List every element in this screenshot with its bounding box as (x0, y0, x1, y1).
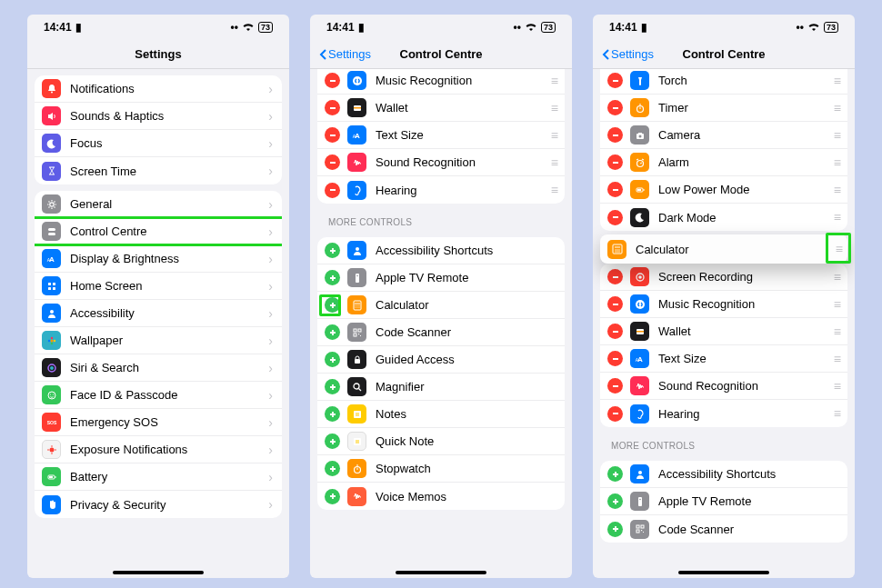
settings-row[interactable]: Exposure Notifications › (35, 436, 282, 463)
control-row[interactable]: Accessibility Shortcuts (600, 461, 847, 488)
settings-row[interactable]: Sounds & Haptics › (35, 103, 282, 130)
control-row[interactable]: Hearing ≡ (317, 176, 565, 204)
control-row[interactable]: Stopwatch (317, 455, 565, 483)
control-row[interactable]: Wallet ≡ (600, 318, 847, 345)
drag-handle-icon[interactable]: ≡ (834, 352, 838, 366)
drag-handle-icon[interactable]: ≡ (551, 183, 556, 197)
dragging-row-calculator[interactable]: Calculator ≡ (600, 234, 847, 264)
remove-button[interactable] (607, 269, 623, 284)
back-button[interactable]: Settings (602, 47, 654, 61)
drag-handle-icon[interactable]: ≡ (551, 101, 556, 115)
control-row[interactable]: Accessibility Shortcuts (317, 237, 565, 264)
settings-row[interactable]: Siri & Search › (35, 354, 282, 382)
remove-button[interactable] (325, 183, 340, 198)
drag-handle-icon[interactable]: ≡ (834, 183, 838, 197)
settings-row[interactable]: Home Screen › (35, 273, 282, 300)
settings-row[interactable]: Notifications › (35, 75, 282, 103)
drag-handle-icon[interactable]: ≡ (834, 128, 838, 143)
control-row[interactable]: Camera ≡ (600, 122, 847, 149)
remove-button[interactable] (325, 100, 340, 115)
drag-handle-icon[interactable]: ≡ (834, 270, 838, 284)
drag-handle-icon[interactable]: ≡ (834, 297, 838, 312)
remove-button[interactable] (607, 378, 623, 394)
home-indicator[interactable] (678, 571, 769, 574)
drag-handle-icon[interactable]: ≡ (551, 155, 556, 170)
add-button[interactable] (325, 434, 340, 449)
control-row[interactable]: AA Text Size ≡ (600, 345, 847, 373)
settings-row[interactable]: Wallpaper › (35, 327, 282, 354)
settings-row[interactable]: SOS Emergency SOS › (35, 409, 282, 436)
drag-handle-icon[interactable]: ≡ (834, 324, 838, 339)
remove-button[interactable] (607, 100, 623, 115)
settings-row[interactable]: Privacy & Security › (35, 491, 282, 518)
add-button[interactable] (325, 297, 340, 313)
add-button[interactable] (607, 522, 623, 537)
control-row[interactable]: Torch ≡ (600, 69, 847, 95)
control-row[interactable]: AA Text Size ≡ (317, 122, 565, 149)
control-row[interactable]: Magnifier (317, 374, 565, 401)
control-row[interactable]: Sound Recognition ≡ (600, 373, 847, 400)
add-button[interactable] (325, 379, 340, 394)
control-row[interactable]: Low Power Mode ≡ (600, 176, 847, 204)
remove-button[interactable] (607, 210, 623, 225)
drag-handle-icon[interactable]: ≡ (836, 242, 840, 256)
control-row[interactable]: Code Scanner (600, 515, 847, 543)
drag-handle-icon[interactable]: ≡ (834, 406, 838, 421)
settings-row[interactable]: Focus › (35, 130, 282, 157)
control-row[interactable]: Voice Memos (317, 483, 565, 510)
add-button[interactable] (325, 406, 340, 422)
remove-button[interactable] (325, 73, 340, 88)
control-row[interactable]: Notes (317, 401, 565, 428)
add-button[interactable] (325, 352, 340, 367)
drag-handle-icon[interactable]: ≡ (834, 101, 838, 115)
drag-handle-icon[interactable]: ≡ (834, 210, 838, 224)
remove-button[interactable] (607, 406, 623, 422)
add-button[interactable] (325, 489, 340, 504)
control-row[interactable]: Alarm ≡ (600, 149, 847, 176)
add-button[interactable] (607, 466, 623, 482)
control-row[interactable]: Guided Access (317, 346, 565, 374)
drag-handle-icon[interactable]: ≡ (834, 155, 838, 170)
control-row[interactable]: Music Recognition ≡ (600, 291, 847, 318)
remove-button[interactable] (607, 73, 623, 88)
settings-row[interactable]: AA Display & Brightness › (35, 245, 282, 273)
settings-row[interactable]: General › (35, 191, 282, 218)
control-row[interactable]: Apple TV Remote (600, 488, 847, 515)
drag-handle-icon[interactable]: ≡ (834, 379, 838, 394)
control-row[interactable]: Apple TV Remote (317, 264, 565, 292)
settings-row[interactable]: Accessibility › (35, 300, 282, 327)
home-indicator[interactable] (396, 571, 486, 574)
settings-row[interactable]: Face ID & Passcode › (35, 382, 282, 409)
control-row[interactable]: Code Scanner (317, 319, 565, 346)
remove-button[interactable] (325, 127, 340, 143)
remove-button[interactable] (607, 351, 623, 366)
remove-button[interactable] (607, 154, 623, 170)
add-button[interactable] (325, 461, 340, 476)
home-indicator[interactable] (113, 571, 204, 574)
add-button[interactable] (607, 493, 623, 509)
control-row[interactable]: Sound Recognition ≡ (317, 149, 565, 176)
remove-button[interactable] (607, 127, 623, 143)
back-button[interactable]: Settings (319, 47, 371, 61)
remove-button[interactable] (607, 182, 623, 197)
control-row[interactable]: Timer ≡ (600, 95, 847, 122)
drag-handle-icon[interactable]: ≡ (551, 74, 556, 88)
settings-row[interactable]: Control Centre › (35, 218, 282, 245)
drag-handle-icon[interactable]: ≡ (551, 128, 556, 143)
control-row[interactable]: Wallet ≡ (317, 95, 565, 122)
control-row[interactable]: Dark Mode ≡ (600, 204, 847, 231)
add-button[interactable] (325, 270, 340, 285)
settings-row[interactable]: Battery › (35, 463, 282, 491)
drag-handle-icon[interactable]: ≡ (834, 74, 838, 88)
control-row[interactable]: Screen Recording ≡ (600, 264, 847, 291)
add-button[interactable] (325, 243, 340, 258)
control-row[interactable]: Calculator (317, 292, 565, 319)
control-row[interactable]: Music Recognition ≡ (317, 69, 565, 95)
control-row[interactable]: Hearing ≡ (600, 400, 847, 427)
remove-button[interactable] (607, 296, 623, 312)
settings-row[interactable]: Screen Time › (35, 157, 282, 184)
control-row[interactable]: Quick Note (317, 428, 565, 455)
remove-button[interactable] (325, 154, 340, 170)
add-button[interactable] (325, 324, 340, 340)
remove-button[interactable] (607, 324, 623, 339)
